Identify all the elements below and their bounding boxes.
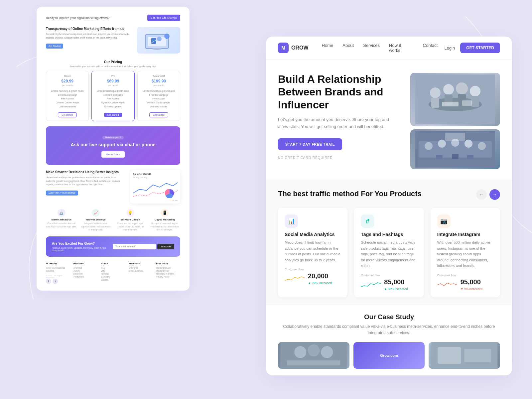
nav-arrows: ← →: [476, 189, 500, 200]
svg-point-32: [294, 346, 306, 358]
plan-pro-period: per month: [94, 84, 131, 86]
case-study-image-2: Grow.com: [353, 342, 425, 369]
footer-link-privacy[interactable]: Privacy Policy: [156, 276, 180, 278]
instagram-icon: 📷: [437, 214, 451, 228]
left-hero-desc: Consistently benchmark ubiquitous potent…: [46, 33, 133, 40]
pricing-subtitle: Invested in your success with us on the …: [46, 65, 180, 67]
svg-point-33: [308, 344, 320, 356]
svg-point-12: [443, 84, 454, 95]
login-button[interactable]: Login: [444, 46, 455, 51]
nav-actions: Login GET STARTED: [444, 43, 500, 53]
nav-how-it-works[interactable]: How it works: [389, 43, 414, 53]
footer-solutions-title: Solutions: [128, 262, 153, 265]
hero-image-top: [410, 73, 500, 126]
footer-link-company[interactable]: Company: [101, 276, 125, 278]
plan-basic-cta[interactable]: Get started: [58, 112, 77, 117]
footer-link-enterprise[interactable]: Enterprise: [128, 267, 153, 269]
svg-rect-38: [465, 349, 491, 362]
brand-logo: M: [278, 43, 289, 53]
case-study-mid-label: Grow.com: [380, 353, 398, 357]
svg-rect-30: [445, 133, 465, 141]
insights-desc: Understand and improve performance acros…: [46, 176, 126, 187]
navbar: M GROW Home About Services How it works …: [266, 37, 512, 60]
left-banner: Ready to improve your digital marketing …: [46, 15, 180, 21]
instagram-stat-label: Customer flow: [437, 274, 493, 277]
insights-cta[interactable]: MAINTAIN YOUR BRANE: [46, 191, 78, 196]
traffic-card-instagram: 📷 Integrate Instagram With over 500 mill…: [431, 208, 500, 297]
traffic-section: The best traffic method For You Products…: [266, 179, 512, 305]
traffic-card-social: 📊 Social Media Analytics Meco doesn't li…: [278, 208, 347, 297]
service-gs-name: Growth Strategy: [80, 218, 112, 221]
svg-rect-17: [471, 96, 479, 107]
plan-adv-features: Limited marketing & growth hacks6 months…: [140, 89, 177, 108]
support-cta[interactable]: Go to Track: [101, 151, 124, 158]
svg-rect-18: [442, 102, 459, 106]
next-arrow-button[interactable]: →: [489, 189, 500, 200]
service-digital-marketing: 📱 Digital Marketing Quisque at nunc nisl…: [149, 209, 181, 231]
nav-contact[interactable]: Contact: [423, 43, 438, 53]
footer-link-analytics[interactable]: Analytics: [73, 267, 98, 269]
footer-link-predictions[interactable]: Predictions: [73, 276, 98, 278]
insights-chart: Follower Growth 79 Aug - 25 Aug 76.8%: [130, 170, 180, 203]
nav-about[interactable]: About: [342, 43, 354, 53]
newsletter-email-input[interactable]: [113, 244, 156, 249]
footer-link-blog[interactable]: Blog: [101, 270, 125, 272]
footer-link-mkt-partners[interactable]: Marketing Partners: [156, 273, 180, 275]
left-pricing-section: Our Pricing Invested in your success wit…: [46, 60, 180, 121]
plan-adv-name: Advanced: [140, 74, 177, 77]
plan-adv-cta[interactable]: Get started: [149, 112, 168, 117]
plan-pro-cta[interactable]: Get started: [104, 113, 122, 117]
service-dm-name: Digital Marketing: [149, 218, 181, 221]
newsletter-section: Are You Excited For Grow? Receive latest…: [46, 236, 180, 257]
footer-brand-name: M GROW: [46, 262, 70, 265]
footer-brand-desc: Grow your business statistics: [46, 266, 70, 273]
growth-strategy-icon: 📈: [92, 209, 100, 217]
svg-rect-37: [438, 347, 461, 364]
twitter-icon[interactable]: 𝕥: [46, 279, 51, 284]
svg-point-23: [438, 140, 446, 148]
hashtags-title: Tags and Hashtags: [361, 232, 417, 237]
service-sd-desc: Prove nec nec augue, eget ultricies dict…: [115, 222, 146, 231]
left-banner-text: Ready to improve your digital marketing …: [46, 16, 109, 20]
left-hero: Transparency of Online Marketing Efforts…: [46, 27, 180, 54]
footer-link-ig-db[interactable]: Instagram db: [156, 270, 180, 272]
left-hero-image: [137, 27, 180, 54]
footer-link-causes[interactable]: Causes: [101, 279, 125, 281]
chart-percentage: 76.8%: [133, 200, 178, 201]
footer-brand-col: M GROW Grow your business statistics © 2…: [46, 262, 70, 284]
service-mr-name: Market Research: [46, 218, 77, 221]
case-study-images: Grow.com: [278, 342, 500, 369]
prev-arrow-button[interactable]: ←: [476, 189, 487, 200]
hero-content: Build A Relationship Between Brands and …: [278, 73, 404, 169]
case-study-image-1: [278, 342, 349, 369]
nav-home[interactable]: Home: [322, 43, 333, 53]
brand-initial: M: [281, 45, 285, 51]
left-background-card: Ready to improve your digital marketing …: [37, 7, 190, 291]
instagram-title: Integrate Instagram: [437, 232, 493, 237]
svg-point-25: [465, 140, 472, 148]
facebook-icon[interactable]: f: [53, 279, 58, 284]
nav-services[interactable]: Services: [363, 43, 380, 53]
footer-link-ig-audit[interactable]: Instagram Audit: [156, 267, 180, 269]
svg-rect-4: [151, 38, 156, 44]
get-started-button[interactable]: GET STARTED: [460, 43, 500, 53]
traffic-card-hashtags: # Tags and Hashtags Schedule social medi…: [354, 208, 424, 297]
pricing-cards: Basic $29.99 per month Limited marketing…: [46, 71, 180, 121]
hashtags-desc: Schedule social media posts with sale pr…: [361, 240, 417, 269]
start-trial-button[interactable]: START 7 DAY FREE TRAIL: [278, 138, 342, 150]
svg-point-3: [157, 37, 162, 41]
svg-rect-27: [436, 155, 443, 159]
footer-link-small-biz[interactable]: Small Business: [128, 270, 153, 272]
newsletter-subscribe-button[interactable]: Subscribe: [157, 244, 174, 249]
footer-link-pitching[interactable]: Pitching: [101, 273, 125, 275]
svg-point-10: [430, 87, 441, 98]
left-hero-cta[interactable]: Get Started: [46, 44, 63, 49]
footer-link-faq[interactable]: FAQ: [101, 267, 125, 269]
footer-link-activity[interactable]: Activity: [73, 270, 98, 272]
footer-link-influencer[interactable]: Influencer: [73, 273, 98, 275]
hashtags-icon: #: [361, 214, 374, 228]
footer-features-col: Features Analytics Activity Influencer P…: [73, 262, 98, 284]
left-banner-cta[interactable]: Get Free Site Analysis: [147, 15, 180, 21]
case-study-section: Our Case Study Collaboratively enable st…: [266, 305, 512, 375]
instagram-stat-value: 95,000: [461, 278, 482, 286]
